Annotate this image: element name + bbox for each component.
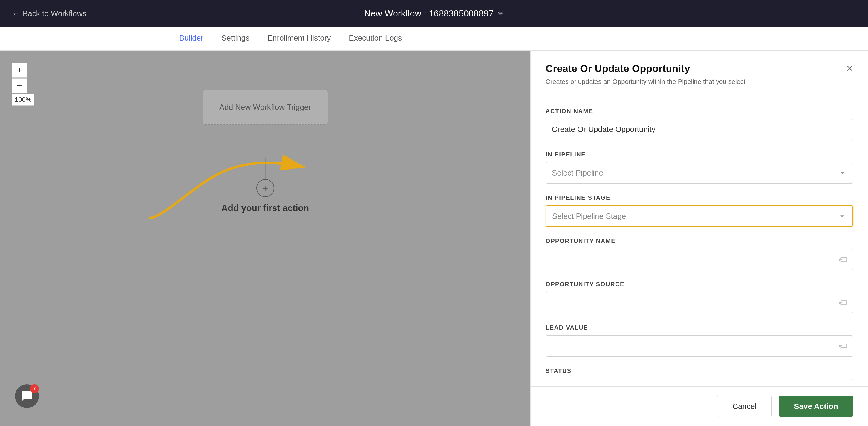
panel-header: Create Or Update Opportunity Creates or …	[531, 51, 868, 96]
add-action-circle[interactable]: +	[256, 179, 274, 197]
in-pipeline-stage-select[interactable]: Select Pipeline Stage	[546, 205, 853, 227]
in-pipeline-field-group: IN PIPELINE Select Pipeline	[546, 151, 853, 184]
tab-settings[interactable]: Settings	[221, 27, 249, 51]
workflow-title: New Workflow : 1688385008897 ✏	[364, 8, 504, 19]
lead-value-label: LEAD VALUE	[546, 324, 853, 331]
panel-body: ACTION NAME IN PIPELINE Select Pipeline …	[531, 96, 868, 386]
status-label: STATUS	[546, 367, 853, 374]
title-text: New Workflow : 1688385008897	[364, 8, 494, 19]
back-label: Back to Workflows	[23, 9, 86, 18]
lead-value-field-group: LEAD VALUE 🏷	[546, 324, 853, 357]
add-first-action-label: Add your first action	[221, 203, 309, 213]
connector-line	[265, 158, 266, 182]
opportunity-name-label: OPPORTUNITY NAME	[546, 238, 853, 244]
chat-badge[interactable]: 7	[15, 384, 39, 408]
chat-badge-count: 7	[30, 384, 39, 393]
panel-footer: Cancel Save Action	[531, 386, 868, 426]
back-to-workflows-button[interactable]: ← Back to Workflows	[12, 9, 86, 18]
zoom-controls: + − 100%	[12, 63, 34, 106]
opportunity-source-input[interactable]	[546, 292, 853, 314]
in-pipeline-select[interactable]: Select Pipeline	[546, 162, 853, 184]
tag-icon: 🏷	[839, 254, 847, 264]
trigger-box[interactable]: Add New Workflow Trigger	[203, 90, 328, 125]
main-content: + − 100% Add New Workflow Trigger + Add …	[0, 51, 868, 426]
in-pipeline-stage-field-group: IN PIPELINE STAGE Select Pipeline Stage	[546, 194, 853, 227]
opportunity-name-field-group: OPPORTUNITY NAME 🏷	[546, 238, 853, 270]
action-name-field-group: ACTION NAME	[546, 108, 853, 140]
trigger-box-text: Add New Workflow Trigger	[219, 103, 311, 112]
zoom-level: 100%	[12, 94, 34, 106]
panel-header-text: Create Or Update Opportunity Creates or …	[546, 63, 745, 87]
tabs-bar: Builder Settings Enrollment History Exec…	[0, 27, 868, 51]
panel-title: Create Or Update Opportunity	[546, 63, 745, 74]
tag-icon-3: 🏷	[839, 341, 847, 351]
edit-title-icon[interactable]: ✏	[498, 9, 504, 18]
zoom-in-button[interactable]: +	[12, 63, 27, 77]
action-name-input[interactable]	[546, 119, 853, 140]
opportunity-name-input[interactable]	[546, 249, 853, 270]
close-panel-button[interactable]: ×	[846, 63, 853, 74]
app-header: ← Back to Workflows New Workflow : 16883…	[0, 0, 868, 27]
right-panel: Create Or Update Opportunity Creates or …	[530, 51, 868, 426]
tag-icon-2: 🏷	[839, 298, 847, 307]
tab-builder[interactable]: Builder	[179, 27, 204, 51]
status-field-group: STATUS Select Status	[546, 367, 853, 386]
lead-value-input[interactable]	[546, 335, 853, 357]
opportunity-source-label: OPPORTUNITY SOURCE	[546, 281, 853, 288]
panel-subtitle: Creates or updates an Opportunity within…	[546, 77, 745, 87]
opportunity-source-field-group: OPPORTUNITY SOURCE 🏷	[546, 281, 853, 314]
tab-enrollment-history[interactable]: Enrollment History	[268, 27, 331, 51]
opportunity-source-input-wrapper: 🏷	[546, 292, 853, 314]
add-circle-icon: +	[262, 183, 268, 194]
lead-value-input-wrapper: 🏷	[546, 335, 853, 357]
workflow-canvas: + − 100% Add New Workflow Trigger + Add …	[0, 51, 530, 426]
in-pipeline-label: IN PIPELINE	[546, 151, 853, 158]
back-arrow-icon: ←	[12, 9, 20, 18]
zoom-out-button[interactable]: −	[12, 78, 27, 93]
save-action-button[interactable]: Save Action	[779, 396, 853, 417]
cancel-button[interactable]: Cancel	[717, 396, 772, 417]
status-select[interactable]: Select Status	[546, 379, 853, 386]
action-name-label: ACTION NAME	[546, 108, 853, 114]
in-pipeline-stage-label: IN PIPELINE STAGE	[546, 194, 853, 201]
opportunity-name-input-wrapper: 🏷	[546, 249, 853, 270]
tab-execution-logs[interactable]: Execution Logs	[349, 27, 402, 51]
